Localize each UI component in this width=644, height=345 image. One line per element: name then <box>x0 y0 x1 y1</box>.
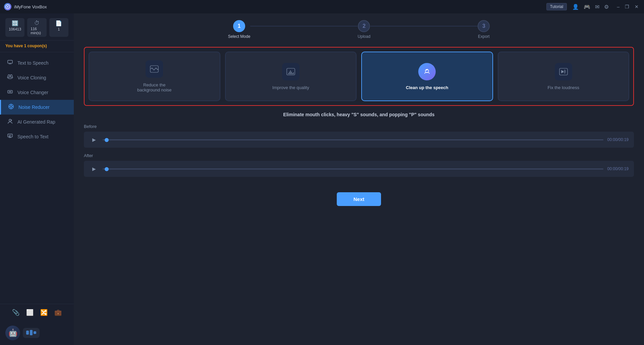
step-3-label: Export <box>478 34 490 39</box>
square-icon[interactable]: ⬜ <box>26 309 34 316</box>
sidebar-item-text-to-speech[interactable]: Text to Speech <box>0 56 74 70</box>
stat-files: 📄 1 <box>49 18 68 37</box>
sidebar-label-voice-cloning: Voice Cloning <box>17 75 46 80</box>
user-icon[interactable]: 👤 <box>572 4 579 10</box>
characters-icon: 🔡 <box>12 20 18 26</box>
fix-loudness-icon <box>555 63 572 80</box>
step-2-circle: 2 <box>358 20 370 32</box>
improve-quality-label: Improve the quality <box>272 85 309 90</box>
clean-speech-icon <box>418 63 436 80</box>
clean-speech-label: Clean up the speech <box>406 85 448 90</box>
svg-point-10 <box>10 106 12 108</box>
step-2-label: Upload <box>358 34 370 39</box>
bot-bubble <box>23 328 40 338</box>
attachment-icon[interactable]: 📎 <box>12 309 19 316</box>
sidebar-stats: 🔡 106413 ⏱ 116 min(s) 📄 1 <box>0 13 74 41</box>
improve-quality-icon <box>282 63 300 80</box>
after-player: ▶ 00:00/00:19 <box>84 161 634 177</box>
before-time: 00:00/00:19 <box>607 137 629 142</box>
title-bar-left: iMyFone VoxBox <box>4 3 47 10</box>
files-icon: 📄 <box>55 20 62 26</box>
svg-rect-4 <box>10 75 12 77</box>
mode-card-fix-loudness[interactable]: Fix the loudness <box>498 52 630 101</box>
fix-loudness-label: Fix the loudness <box>547 85 579 90</box>
mode-cards-wrapper: Reduce thebackground noise <box>84 47 634 106</box>
files-value: 1 <box>58 27 60 31</box>
after-progress <box>105 167 109 171</box>
next-button[interactable]: Next <box>337 192 381 206</box>
sidebar-bot: 🤖 <box>0 321 74 345</box>
step-connector-2 <box>370 26 478 26</box>
step-3: 3 Export <box>478 20 490 39</box>
briefcase-icon[interactable]: 💼 <box>54 309 62 316</box>
step-1: 1 Select Mode <box>228 20 251 39</box>
content-area: 1 Select Mode 2 Upload 3 Export <box>74 13 644 345</box>
svg-rect-27 <box>559 68 568 75</box>
sidebar-label-speech-to-text: Speech to Text <box>17 134 48 139</box>
svg-marker-28 <box>561 70 563 73</box>
app-logo <box>4 3 11 10</box>
app-title: iMyFone VoxBox <box>14 4 47 9</box>
step-1-circle: 1 <box>233 20 245 32</box>
before-label: Before <box>84 124 634 129</box>
discord-icon[interactable]: 🎮 <box>584 4 590 10</box>
settings-icon[interactable]: ⚙ <box>604 4 609 10</box>
sidebar: 🔡 106413 ⏱ 116 min(s) 📄 1 You have 1 cou… <box>0 13 74 345</box>
sidebar-label-voice-changer: Voice Changer <box>17 90 48 95</box>
before-progress <box>105 138 109 142</box>
main-layout: 🔡 106413 ⏱ 116 min(s) 📄 1 You have 1 cou… <box>0 13 644 345</box>
before-audio-section: Before ▶ 00:00/00:19 <box>84 124 634 148</box>
mode-card-improve-quality[interactable]: Improve the quality <box>225 52 357 101</box>
sidebar-label-text-to-speech: Text to Speech <box>17 60 49 66</box>
noise-reducer-icon <box>8 104 14 111</box>
minutes-value: 116 min(s) <box>31 27 43 35</box>
ai-rap-icon <box>7 118 13 126</box>
sidebar-item-ai-rap[interactable]: AI Generated Rap <box>0 115 74 129</box>
step-2: 2 Upload <box>358 20 370 39</box>
next-btn-wrapper: Next <box>84 192 634 206</box>
voice-cloning-icon <box>7 74 13 81</box>
before-player: ▶ 00:00/00:19 <box>84 132 634 148</box>
shuffle-icon[interactable]: 🔀 <box>40 309 48 316</box>
svg-rect-17 <box>34 331 36 334</box>
after-play-button[interactable]: ▶ <box>89 164 99 174</box>
text-to-speech-icon <box>7 59 13 67</box>
bot-avatar: 🤖 <box>5 326 20 340</box>
mode-card-clean-speech[interactable]: Clean up the speech <box>361 52 493 101</box>
stat-minutes: ⏱ 116 min(s) <box>27 18 46 37</box>
minimize-button[interactable]: – <box>615 4 621 9</box>
sidebar-item-voice-changer[interactable]: Voice Changer <box>0 85 74 100</box>
mode-cards: Reduce thebackground noise <box>89 52 629 101</box>
svg-rect-2 <box>8 60 12 63</box>
close-button[interactable]: ✕ <box>633 4 640 9</box>
maximize-button[interactable]: ❐ <box>624 4 631 9</box>
stepper: 1 Select Mode 2 Upload 3 Export <box>84 20 634 39</box>
svg-rect-15 <box>26 331 29 335</box>
step-1-label: Select Mode <box>228 34 251 39</box>
sidebar-item-voice-cloning[interactable]: Voice Cloning <box>0 70 74 85</box>
nav-items: Text to Speech Voice Cloning <box>0 52 74 304</box>
svg-point-11 <box>9 119 11 121</box>
before-track[interactable] <box>103 139 603 140</box>
before-play-button[interactable]: ▶ <box>89 135 99 144</box>
voice-changer-icon <box>7 89 13 96</box>
after-audio-section: After ▶ 00:00/00:19 <box>84 153 634 177</box>
after-track[interactable] <box>103 168 603 169</box>
reduce-noise-icon <box>146 60 163 78</box>
after-label: After <box>84 153 634 158</box>
coupon-text: You have 1 coupon(s) <box>5 44 47 48</box>
sidebar-item-speech-to-text[interactable]: Speech to Text <box>0 129 74 144</box>
coupon-bar: You have 1 coupon(s) <box>0 41 74 52</box>
window-controls: – ❐ ✕ <box>615 4 640 9</box>
mail-icon[interactable]: ✉ <box>595 4 599 10</box>
speech-to-text-icon <box>7 133 13 140</box>
sidebar-label-noise-reducer: Noise Reducer <box>18 105 50 110</box>
description-text: Eliminate mouth clicks, heavy "S" sounds… <box>84 112 634 117</box>
after-time: 00:00/00:19 <box>607 166 629 171</box>
svg-rect-16 <box>30 330 33 335</box>
sidebar-item-noise-reducer[interactable]: Noise Reducer <box>0 100 74 115</box>
stat-characters: 🔡 106413 <box>5 18 24 37</box>
svg-rect-3 <box>8 75 10 77</box>
tutorial-button[interactable]: Tutorial <box>546 3 567 10</box>
mode-card-reduce-noise[interactable]: Reduce thebackground noise <box>89 52 220 101</box>
